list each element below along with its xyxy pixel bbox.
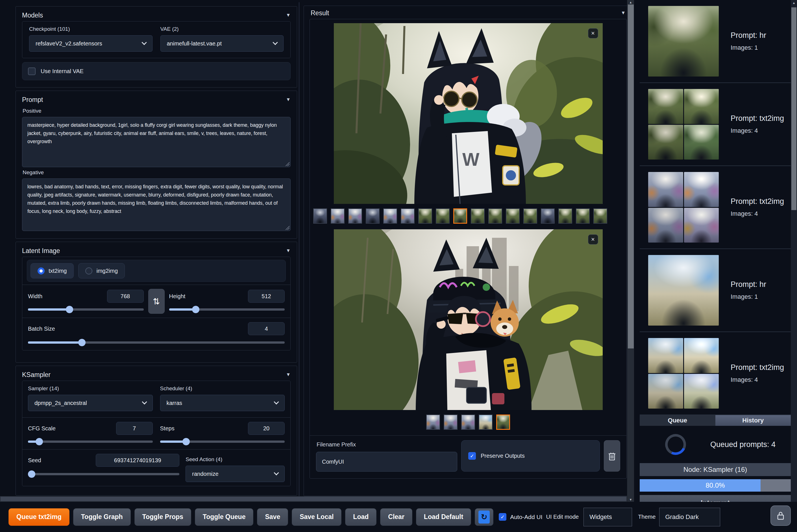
history-item[interactable]: Prompt: hr Images: 1 [640,249,791,332]
gallery-thumbnail[interactable] [576,208,590,224]
steps-value[interactable]: 20 [248,422,285,435]
tab-history[interactable]: History [715,415,791,426]
gallery-thumbnail[interactable] [366,208,380,224]
gallery-thumbnail[interactable] [426,415,440,430]
interrupt-button[interactable]: Interrupt [640,495,791,502]
use-internal-vae-row[interactable]: Use Internal VAE [22,62,291,80]
filename-prefix-input[interactable]: ComfyUI [316,452,457,472]
scrollbar-thumb[interactable] [628,4,634,348]
collapse-caret-icon[interactable]: ▼ [286,372,291,378]
height-slider-handle[interactable] [192,306,200,313]
result-image-2[interactable]: × [334,229,603,410]
gallery-thumbnail[interactable] [461,415,475,430]
collapse-caret-icon[interactable]: ▼ [286,97,291,102]
gallery-thumbnail[interactable] [313,208,327,224]
gallery-thumbnail[interactable] [523,208,537,224]
history-item[interactable]: Prompt: txt2img Images: 4 [640,332,791,415]
resize-grip-icon[interactable] [285,162,289,166]
mode-option-img2img[interactable]: img2img [78,263,125,279]
history-item[interactable]: Prompt: txt2img Images: 4 [640,166,791,249]
theme-select[interactable]: Gradio Dark [659,508,720,526]
scroll-up-icon[interactable]: ▲ [791,1,797,4]
toggle-queue-button[interactable]: Toggle Queue [195,508,253,526]
width-value[interactable]: 768 [107,290,144,303]
history-thumbnail[interactable] [648,338,719,408]
gallery-thumbnail[interactable] [593,208,607,224]
gallery-thumbnail[interactable] [453,208,467,224]
seed-slider[interactable] [28,471,179,478]
tab-queue[interactable]: Queue [640,415,715,426]
load-button[interactable]: Load [345,508,377,526]
batch-size-value[interactable]: 4 [248,322,285,335]
gallery-thumbnail[interactable] [541,208,555,224]
history-thumbnail[interactable] [648,255,719,326]
gallery-thumbnail[interactable] [444,415,457,430]
steps-slider[interactable] [160,438,285,445]
gallery-thumbnail[interactable] [348,208,362,224]
refresh-button[interactable]: ↻ [475,508,493,526]
lock-button[interactable] [771,506,791,526]
collapse-caret-icon[interactable]: ▼ [286,248,291,253]
vae-dropdown[interactable]: animefull-latest.vae.pt [160,35,284,52]
widgets-select[interactable]: Widgets [584,508,632,526]
batch-size-slider[interactable] [28,339,285,346]
cfg-scale-slider-handle[interactable] [36,438,43,445]
toggle-props-button[interactable]: Toggle Props [134,508,191,526]
scroll-down-icon[interactable]: ▼ [627,498,634,501]
gallery-thumbnail[interactable] [331,208,345,224]
batch-size-slider-handle[interactable] [78,339,86,346]
history-vertical-scrollbar[interactable]: ▲ [791,0,797,502]
positive-prompt-textarea[interactable]: masterpiece, hyper detailed background, … [22,117,291,167]
save-button[interactable]: Save [257,508,288,526]
preserve-outputs-checkbox[interactable] [468,452,476,460]
toggle-graph-button[interactable]: Toggle Graph [73,508,131,526]
auto-add-ui-checkbox[interactable] [499,513,506,521]
seed-slider-handle[interactable] [28,471,35,478]
gallery-thumbnail[interactable] [496,415,510,430]
height-value[interactable]: 512 [248,290,285,303]
seed-value[interactable]: 693741274019139 [96,454,179,467]
sampler-dropdown[interactable]: dpmpp_2s_ancestral [28,395,153,411]
history-thumbnail[interactable] [648,172,719,243]
close-image-button[interactable]: × [588,234,598,245]
scroll-up-icon[interactable]: ▲ [627,1,634,4]
width-slider[interactable] [28,306,144,313]
save-local-button[interactable]: Save Local [292,508,341,526]
close-image-button[interactable]: × [588,28,598,38]
queue-txt2img-button[interactable]: Queue txt2img [8,508,70,526]
history-thumbnail[interactable] [648,89,719,159]
mode-option-txt2img[interactable]: txt2img [31,263,74,279]
gallery-thumbnail[interactable] [479,415,493,430]
gallery-thumbnail[interactable] [488,208,502,224]
collapse-caret-icon[interactable]: ▼ [621,10,626,16]
gallery-thumbnail[interactable] [401,208,415,224]
collapse-caret-icon[interactable]: ▼ [286,13,291,18]
steps-slider-handle[interactable] [183,438,190,445]
gallery-thumbnail[interactable] [471,208,485,224]
cfg-scale-value[interactable]: 7 [116,422,153,435]
auto-add-ui-toggle[interactable]: Auto-Add UI [499,513,542,521]
checkpoint-dropdown[interactable]: refslaveV2_v2.safetensors [29,35,152,52]
height-slider[interactable] [169,306,285,313]
main-vertical-scrollbar[interactable]: ▲ ▼ [627,0,634,502]
gallery-thumbnail[interactable] [558,208,572,224]
history-thumbnail[interactable] [648,6,719,77]
use-internal-vae-checkbox[interactable] [28,68,36,75]
clear-button[interactable]: Clear [380,508,412,526]
scheduler-dropdown[interactable]: karras [160,395,285,411]
panel-divider[interactable] [299,2,299,496]
history-item[interactable]: Prompt: txt2img Images: 4 [640,83,791,166]
cfg-scale-slider[interactable] [28,438,153,445]
gallery-thumbnail[interactable] [383,208,397,224]
delete-outputs-button[interactable] [604,440,620,472]
seed-action-dropdown[interactable]: randomize [186,466,285,482]
scrollbar-thumb[interactable] [791,7,796,210]
load-default-button[interactable]: Load Default [416,508,471,526]
scrollbar-thumb[interactable] [1,497,626,501]
width-slider-handle[interactable] [66,306,73,313]
gallery-thumbnail[interactable] [506,208,520,224]
negative-prompt-textarea[interactable]: lowres, bad anatomy, bad hands, text, er… [22,178,291,231]
preserve-outputs-row[interactable]: Preserve Outputs [461,440,600,472]
result-image-1[interactable]: W × [334,23,603,204]
gallery-thumbnail[interactable] [418,208,432,224]
